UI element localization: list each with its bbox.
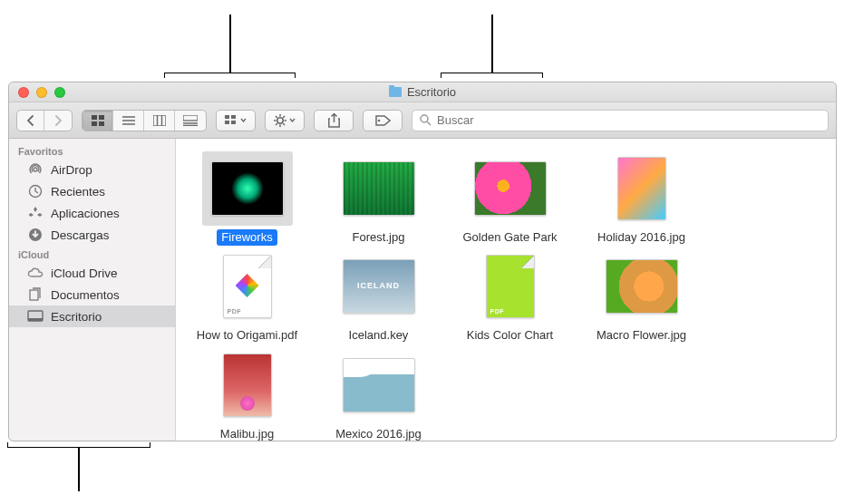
svg-line-24 xyxy=(283,116,285,118)
titlebar: Escritorio xyxy=(9,82,836,102)
icon-view-button[interactable] xyxy=(82,111,113,131)
sidebar-item-label: iCloud Drive xyxy=(51,267,118,280)
sidebar-item-label: AirDrop xyxy=(51,163,92,177)
cloud-icon xyxy=(27,265,44,281)
action-button[interactable] xyxy=(265,110,305,131)
clock-icon xyxy=(27,183,44,199)
column-view-button[interactable] xyxy=(144,111,175,131)
arrange-button[interactable] xyxy=(216,110,256,131)
svg-line-22 xyxy=(276,116,277,118)
file-thumbnail xyxy=(223,354,272,417)
svg-rect-0 xyxy=(92,115,97,120)
file-item[interactable]: Golden Gate Park xyxy=(446,151,574,246)
svg-rect-1 xyxy=(99,115,104,120)
svg-rect-7 xyxy=(153,115,166,126)
tag-icon xyxy=(374,115,391,126)
apps-icon xyxy=(27,205,44,221)
list-view-button[interactable] xyxy=(113,111,144,131)
sidebar-item-label: Aplicaciones xyxy=(51,207,120,220)
file-name: Macro Flower.jpg xyxy=(592,327,691,344)
file-item[interactable]: Iceland.key xyxy=(315,249,442,344)
file-item[interactable]: PDF How to Origami.pdf xyxy=(183,249,311,344)
file-thumbnail xyxy=(474,161,547,216)
svg-rect-14 xyxy=(231,115,236,119)
airdrop-icon xyxy=(27,161,44,178)
svg-line-23 xyxy=(283,123,285,125)
sidebar-item-applications[interactable]: Aplicaciones xyxy=(9,202,175,224)
search-field[interactable] xyxy=(412,110,829,131)
folder-icon xyxy=(389,87,402,97)
window-title: Escritorio xyxy=(9,85,836,99)
finder-window: Escritorio xyxy=(8,82,837,441)
coverflow-view-button[interactable] xyxy=(175,111,206,131)
sidebar-item-documents[interactable]: Documentos xyxy=(9,284,175,305)
sidebar-item-label: Escritorio xyxy=(51,310,102,324)
svg-point-27 xyxy=(421,115,428,122)
callout-line-view xyxy=(229,15,231,73)
file-thumbnail xyxy=(617,157,666,220)
nav-buttons xyxy=(16,110,73,131)
file-thumbnail xyxy=(343,161,415,216)
file-name: Forest.jpg xyxy=(348,229,410,246)
svg-rect-32 xyxy=(30,290,38,300)
file-item[interactable]: Malibu.jpg xyxy=(183,348,311,442)
sidebar-item-label: Descargas xyxy=(51,228,110,242)
gear-icon xyxy=(274,114,286,127)
toolbar xyxy=(9,102,836,139)
file-thumbnail: PDF xyxy=(223,255,272,318)
file-item[interactable]: PDF Kids Color Chart xyxy=(446,249,574,344)
file-name: Iceland.key xyxy=(344,327,413,344)
chevron-down-icon xyxy=(289,118,296,122)
file-thumbnail xyxy=(211,161,284,216)
search-input[interactable] xyxy=(437,113,820,127)
share-icon xyxy=(328,113,340,128)
svg-rect-16 xyxy=(231,121,236,124)
callout-bracket-share xyxy=(441,73,543,78)
file-thumbnail xyxy=(343,259,415,314)
svg-rect-3 xyxy=(99,121,104,126)
file-name: Mexico 2016.jpg xyxy=(331,426,426,442)
view-switcher xyxy=(82,110,207,131)
forward-button[interactable] xyxy=(44,111,72,131)
sidebar-item-desktop[interactable]: Escritorio xyxy=(9,305,175,327)
file-item[interactable]: Holiday 2016.jpg xyxy=(577,151,705,246)
svg-rect-34 xyxy=(28,318,43,321)
desktop-icon xyxy=(27,308,44,325)
svg-point-29 xyxy=(34,168,37,171)
tags-button[interactable] xyxy=(363,110,403,131)
sidebar-item-downloads[interactable]: Descargas xyxy=(9,224,175,246)
callout-line-sidebar xyxy=(78,448,80,491)
svg-rect-10 xyxy=(183,115,198,121)
file-name: Golden Gate Park xyxy=(458,229,561,246)
sidebar-header-icloud: iCloud xyxy=(9,246,175,262)
window-title-text: Escritorio xyxy=(407,85,456,99)
file-name: How to Origami.pdf xyxy=(192,327,302,344)
file-thumbnail xyxy=(606,259,678,314)
sidebar-header-favorites: Favoritos xyxy=(9,142,175,159)
file-item[interactable]: Mexico 2016.jpg xyxy=(315,348,442,442)
svg-point-26 xyxy=(378,119,381,121)
sidebar-item-label: Documentos xyxy=(51,288,120,302)
download-icon xyxy=(27,227,44,243)
file-name: Malibu.jpg xyxy=(216,426,278,442)
svg-line-28 xyxy=(427,121,431,125)
callout-bracket-view xyxy=(164,73,296,78)
back-button[interactable] xyxy=(17,111,44,131)
sidebar-item-airdrop[interactable]: AirDrop xyxy=(9,159,175,180)
file-thumbnail: PDF xyxy=(486,255,535,318)
sidebar-item-label: Recientes xyxy=(51,185,105,199)
search-icon xyxy=(420,114,432,126)
svg-rect-13 xyxy=(225,115,229,119)
file-thumbnail xyxy=(343,358,415,412)
svg-rect-15 xyxy=(225,121,229,124)
file-item[interactable]: Fireworks xyxy=(183,151,311,246)
file-item[interactable]: Forest.jpg xyxy=(315,151,442,246)
svg-point-17 xyxy=(277,117,283,122)
file-name: Kids Color Chart xyxy=(462,327,558,344)
file-name: Holiday 2016.jpg xyxy=(593,229,690,246)
sidebar-item-recents[interactable]: Recientes xyxy=(9,180,175,202)
documents-icon xyxy=(27,286,44,303)
file-item[interactable]: Macro Flower.jpg xyxy=(577,249,705,344)
share-button[interactable] xyxy=(314,110,354,131)
sidebar-item-icloud-drive[interactable]: iCloud Drive xyxy=(9,262,175,284)
